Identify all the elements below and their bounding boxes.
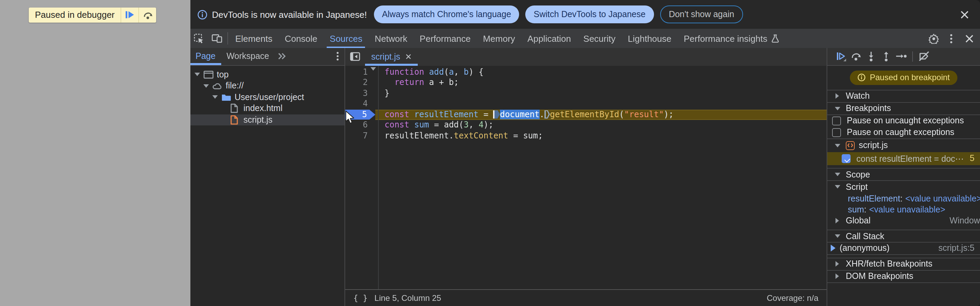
navigator-kebab-menu-icon[interactable]: [331, 48, 344, 65]
tree-item-users-user-project[interactable]: Users/user/project: [190, 91, 344, 103]
tree-item-top[interactable]: top: [190, 69, 344, 80]
line-gutter[interactable]: 2: [345, 77, 378, 88]
expander-icon[interactable]: [202, 84, 211, 88]
inline-breakpoint-marker-active[interactable]: [495, 110, 500, 119]
inline-breakpoint-marker[interactable]: [544, 110, 550, 119]
inspect-icon[interactable]: [190, 29, 208, 48]
section-watch[interactable]: Watch: [827, 89, 980, 102]
step-icon[interactable]: [894, 50, 909, 64]
section-label: Global: [846, 216, 870, 226]
infobar-close-icon[interactable]: [956, 10, 973, 19]
tree-item-index-html[interactable]: index.html: [190, 103, 344, 114]
execution-line-marker[interactable]: 5: [345, 110, 375, 120]
tab-security[interactable]: Security: [578, 29, 622, 48]
editor-tab-close-icon[interactable]: ✕: [405, 52, 412, 62]
code-token: resultElement.: [385, 131, 454, 140]
variable-colon: :: [900, 194, 903, 203]
expander-icon[interactable]: [833, 261, 842, 266]
tab-sources[interactable]: Sources: [324, 29, 368, 48]
expander-icon[interactable]: [833, 218, 842, 224]
checkbox-pause-on-caught-exceptions[interactable]: Pause on caught exceptions: [827, 127, 980, 139]
step-over-icon[interactable]: [848, 50, 864, 64]
more-tabs-icon[interactable]: [275, 48, 290, 65]
line-gutter[interactable]: 1: [345, 67, 378, 77]
step-into-icon[interactable]: [864, 50, 879, 64]
device-toolbar-icon[interactable]: [208, 29, 226, 48]
code-line-3[interactable]: 3}: [345, 88, 827, 99]
deactivate-breakpoints-icon[interactable]: [916, 50, 931, 64]
step-out-icon[interactable]: [879, 50, 894, 64]
expander-icon[interactable]: [833, 234, 842, 238]
switch-to-japanese-button[interactable]: Switch DevTools to Japanese: [526, 5, 654, 23]
expander-icon[interactable]: [833, 107, 842, 110]
line-number[interactable]: 3: [345, 88, 368, 99]
tab-application[interactable]: Application: [521, 29, 577, 48]
section-scope[interactable]: Scope: [827, 168, 980, 181]
line-number[interactable]: 1: [345, 67, 368, 77]
kebab-menu-icon[interactable]: [942, 29, 960, 48]
section-dom-breakpoints[interactable]: DOM Breakpoints: [827, 270, 980, 283]
checkbox-pause-on-uncaught-exceptions[interactable]: Pause on uncaught exceptions: [827, 115, 980, 127]
code-line-4[interactable]: 4: [345, 99, 827, 109]
line-gutter[interactable]: 3: [345, 88, 378, 99]
code-line-7[interactable]: 7resultElement.textContent = sum;: [345, 131, 827, 141]
code-editor[interactable]: 1function add(a, b) {2 return a + b;3}45…: [345, 65, 827, 289]
line-gutter[interactable]: 4: [345, 99, 378, 109]
settings-gear-icon[interactable]: [924, 29, 942, 48]
breakpoint-checkbox-icon[interactable]: [842, 154, 850, 163]
line-gutter[interactable]: 5: [345, 109, 378, 120]
section-call-stack[interactable]: Call Stack: [827, 230, 980, 242]
resume-script-execution-icon[interactable]: [834, 50, 848, 64]
line-number[interactable]: 2: [345, 77, 368, 88]
code-token: .: [540, 109, 544, 119]
call-stack-frame[interactable]: (anonymous)script.js:5: [827, 242, 980, 255]
expander-icon[interactable]: [833, 185, 842, 189]
line-number[interactable]: 6: [345, 120, 368, 131]
scope-variable-sum[interactable]: sum:<value unavailable>: [827, 204, 980, 215]
hide-navigator-icon[interactable]: [345, 48, 365, 65]
tab-performance[interactable]: Performance: [414, 29, 477, 48]
tab-elements[interactable]: Elements: [229, 29, 278, 48]
tab-memory[interactable]: Memory: [477, 29, 521, 48]
code-line-1[interactable]: 1function add(a, b) {: [345, 67, 827, 77]
tab-console[interactable]: Console: [278, 29, 323, 48]
line-gutter[interactable]: 7: [345, 131, 378, 141]
expander-icon[interactable]: [833, 273, 842, 279]
dont-show-again-button[interactable]: Don't show again: [660, 5, 743, 23]
tab-lighthouse[interactable]: Lighthouse: [622, 29, 678, 48]
editor-tab-scriptjs[interactable]: script.js ✕: [365, 48, 418, 65]
devtools-close-icon[interactable]: [960, 29, 978, 48]
step-over-icon[interactable]: [139, 7, 156, 22]
tree-item-file[interactable]: file://: [190, 80, 344, 91]
expander-icon[interactable]: [833, 173, 842, 176]
code-line-6[interactable]: 6const sum = add(3, 4);: [345, 120, 827, 131]
expander-icon[interactable]: [833, 143, 842, 147]
expander-icon[interactable]: [211, 96, 220, 99]
code-line-2[interactable]: 2 return a + b;: [345, 77, 827, 88]
section-global[interactable]: GlobalWindow: [827, 215, 980, 227]
section-breakpoints[interactable]: Breakpoints: [827, 102, 980, 115]
checkbox-icon[interactable]: [832, 116, 841, 125]
tab-performance-insights[interactable]: Performance insights: [678, 29, 785, 48]
code-token: b: [464, 67, 468, 76]
always-match-language-button[interactable]: Always match Chrome's language: [374, 5, 519, 23]
expander-icon[interactable]: [193, 73, 202, 76]
resume-script-icon[interactable]: [121, 7, 139, 22]
breakpoint-entry[interactable]: const resultElement = doc⋯5: [827, 152, 980, 165]
line-number[interactable]: 4: [345, 99, 368, 109]
code-line-5[interactable]: 5const resultElement = document.getEleme…: [345, 109, 827, 120]
tab-network[interactable]: Network: [368, 29, 413, 48]
expander-icon[interactable]: [833, 93, 842, 99]
line-gutter[interactable]: 6: [345, 120, 378, 131]
checkbox-icon[interactable]: [832, 128, 841, 137]
line-number[interactable]: 7: [345, 131, 368, 141]
tab-page[interactable]: Page: [190, 48, 221, 65]
code-text: return a + b;: [378, 77, 827, 88]
breakpoint-file-group[interactable]: script.js: [827, 139, 980, 152]
tree-item-script-js[interactable]: script.js: [190, 114, 344, 126]
tab-workspace[interactable]: Workspace: [221, 48, 275, 65]
pretty-print-icon[interactable]: { }: [353, 293, 368, 303]
scope-variable-resultelement[interactable]: resultElement:<value unavailable>: [827, 193, 980, 204]
section-xhr-fetch-breakpoints[interactable]: XHR/fetch Breakpoints: [827, 257, 980, 270]
section-script[interactable]: Script: [827, 181, 980, 193]
